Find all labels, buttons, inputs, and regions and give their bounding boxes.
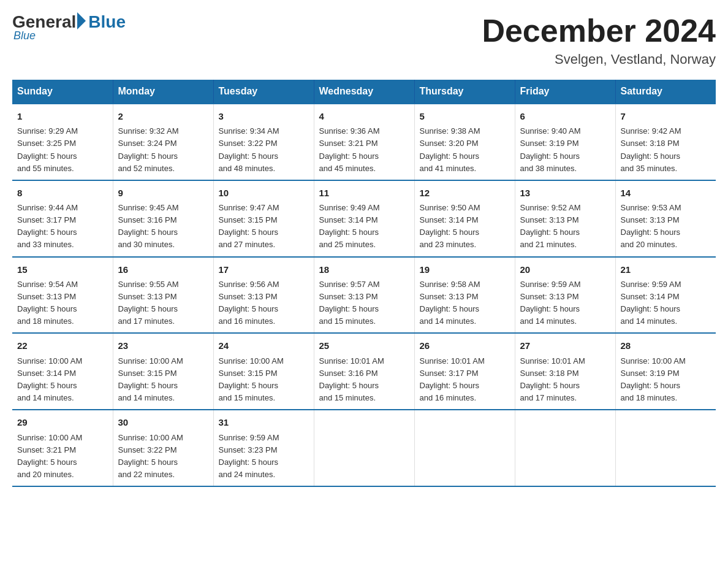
header-monday: Monday [113, 80, 213, 104]
day-num-18: 18 [319, 262, 409, 277]
day-num-29: 29 [17, 415, 108, 429]
day-info-16: Sunrise: 9:55 AM Sunset: 3:13 PM Dayligh… [118, 278, 208, 328]
day-info-6: Sunrise: 9:40 AM Sunset: 3:19 PM Dayligh… [520, 125, 610, 175]
header-tuesday: Tuesday [213, 80, 314, 104]
day-num-31: 31 [219, 415, 309, 429]
week-row-4: 22Sunrise: 10:00 AM Sunset: 3:14 PM Dayl… [12, 333, 716, 410]
day-num-25: 25 [319, 339, 409, 353]
day-num-21: 21 [621, 262, 711, 277]
day-30: 30Sunrise: 10:00 AM Sunset: 3:22 PM Dayl… [113, 410, 213, 486]
day-info-11: Sunrise: 9:49 AM Sunset: 3:14 PM Dayligh… [319, 202, 409, 251]
day-12: 12Sunrise: 9:50 AM Sunset: 3:14 PM Dayli… [414, 180, 515, 257]
logo-triangle-icon [77, 12, 86, 29]
header-sunday: Sunday [12, 80, 113, 104]
empty-cell-w4-d4 [414, 410, 515, 486]
day-info-13: Sunrise: 9:52 AM Sunset: 3:13 PM Dayligh… [520, 202, 610, 251]
day-5: 5Sunrise: 9:38 AM Sunset: 3:20 PM Daylig… [414, 104, 515, 180]
empty-cell-w4-d3 [314, 410, 414, 486]
day-info-23: Sunrise: 10:00 AM Sunset: 3:15 PM Daylig… [118, 355, 208, 405]
header-row: SundayMondayTuesdayWednesdayThursdayFrid… [12, 80, 716, 104]
day-20: 20Sunrise: 9:59 AM Sunset: 3:13 PM Dayli… [515, 257, 615, 334]
day-info-12: Sunrise: 9:50 AM Sunset: 3:14 PM Dayligh… [420, 202, 510, 251]
day-info-9: Sunrise: 9:45 AM Sunset: 3:16 PM Dayligh… [118, 202, 208, 251]
day-num-10: 10 [219, 186, 309, 200]
day-2: 2Sunrise: 9:32 AM Sunset: 3:24 PM Daylig… [113, 104, 213, 180]
day-16: 16Sunrise: 9:55 AM Sunset: 3:13 PM Dayli… [113, 257, 213, 334]
day-info-28: Sunrise: 10:00 AM Sunset: 3:19 PM Daylig… [621, 355, 711, 405]
day-num-17: 17 [219, 262, 309, 277]
day-11: 11Sunrise: 9:49 AM Sunset: 3:14 PM Dayli… [314, 180, 414, 257]
day-info-8: Sunrise: 9:44 AM Sunset: 3:17 PM Dayligh… [17, 202, 108, 251]
calendar-table: SundayMondayTuesdayWednesdayThursdayFrid… [12, 80, 716, 487]
day-info-31: Sunrise: 9:59 AM Sunset: 3:23 PM Dayligh… [219, 432, 309, 481]
day-8: 8Sunrise: 9:44 AM Sunset: 3:17 PM Daylig… [12, 180, 113, 257]
day-19: 19Sunrise: 9:58 AM Sunset: 3:13 PM Dayli… [414, 257, 515, 334]
day-13: 13Sunrise: 9:52 AM Sunset: 3:13 PM Dayli… [515, 180, 615, 257]
day-num-13: 13 [520, 186, 610, 200]
day-info-4: Sunrise: 9:36 AM Sunset: 3:21 PM Dayligh… [319, 125, 409, 175]
calendar-header: SundayMondayTuesdayWednesdayThursdayFrid… [12, 80, 716, 104]
day-14: 14Sunrise: 9:53 AM Sunset: 3:13 PM Dayli… [615, 180, 716, 257]
day-25: 25Sunrise: 10:01 AM Sunset: 3:16 PM Dayl… [314, 333, 414, 410]
day-24: 24Sunrise: 10:00 AM Sunset: 3:15 PM Dayl… [213, 333, 314, 410]
header-wednesday: Wednesday [314, 80, 414, 104]
day-info-25: Sunrise: 10:01 AM Sunset: 3:16 PM Daylig… [319, 355, 409, 405]
day-info-21: Sunrise: 9:59 AM Sunset: 3:14 PM Dayligh… [621, 278, 711, 328]
day-info-15: Sunrise: 9:54 AM Sunset: 3:13 PM Dayligh… [17, 278, 108, 328]
day-info-22: Sunrise: 10:00 AM Sunset: 3:14 PM Daylig… [17, 355, 108, 405]
day-18: 18Sunrise: 9:57 AM Sunset: 3:13 PM Dayli… [314, 257, 414, 334]
day-info-5: Sunrise: 9:38 AM Sunset: 3:20 PM Dayligh… [420, 125, 510, 175]
day-num-20: 20 [520, 262, 610, 277]
header-thursday: Thursday [414, 80, 515, 104]
day-17: 17Sunrise: 9:56 AM Sunset: 3:13 PM Dayli… [213, 257, 314, 334]
day-num-6: 6 [520, 109, 610, 123]
week-row-1: 1Sunrise: 9:29 AM Sunset: 3:25 PM Daylig… [12, 104, 716, 180]
day-num-23: 23 [118, 339, 208, 353]
day-29: 29Sunrise: 10:00 AM Sunset: 3:21 PM Dayl… [12, 410, 113, 486]
day-15: 15Sunrise: 9:54 AM Sunset: 3:13 PM Dayli… [12, 257, 113, 334]
day-info-14: Sunrise: 9:53 AM Sunset: 3:13 PM Dayligh… [621, 202, 711, 251]
day-num-7: 7 [621, 109, 711, 123]
header-friday: Friday [515, 80, 615, 104]
day-info-18: Sunrise: 9:57 AM Sunset: 3:13 PM Dayligh… [319, 278, 409, 328]
day-num-30: 30 [118, 415, 208, 429]
logo: General Blue Blue [12, 12, 126, 42]
day-info-10: Sunrise: 9:47 AM Sunset: 3:15 PM Dayligh… [219, 202, 309, 251]
title-area: December 2024 Svelgen, Vestland, Norway [482, 12, 716, 67]
day-info-29: Sunrise: 10:00 AM Sunset: 3:21 PM Daylig… [17, 432, 108, 481]
week-row-3: 15Sunrise: 9:54 AM Sunset: 3:13 PM Dayli… [12, 257, 716, 334]
day-num-9: 9 [118, 186, 208, 200]
day-info-7: Sunrise: 9:42 AM Sunset: 3:18 PM Dayligh… [621, 125, 711, 175]
day-num-4: 4 [319, 109, 409, 123]
header-saturday: Saturday [615, 80, 716, 104]
week-row-2: 8Sunrise: 9:44 AM Sunset: 3:17 PM Daylig… [12, 180, 716, 257]
day-21: 21Sunrise: 9:59 AM Sunset: 3:14 PM Dayli… [615, 257, 716, 334]
day-6: 6Sunrise: 9:40 AM Sunset: 3:19 PM Daylig… [515, 104, 615, 180]
day-num-24: 24 [219, 339, 309, 353]
page-header: General Blue Blue December 2024 Svelgen,… [12, 12, 716, 67]
location: Svelgen, Vestland, Norway [482, 52, 716, 67]
empty-cell-w4-d6 [615, 410, 716, 486]
day-info-30: Sunrise: 10:00 AM Sunset: 3:22 PM Daylig… [118, 432, 208, 481]
day-7: 7Sunrise: 9:42 AM Sunset: 3:18 PM Daylig… [615, 104, 716, 180]
day-num-14: 14 [621, 186, 711, 200]
day-4: 4Sunrise: 9:36 AM Sunset: 3:21 PM Daylig… [314, 104, 414, 180]
day-num-5: 5 [420, 109, 510, 123]
day-num-28: 28 [621, 339, 711, 353]
logo-blue-text: Blue [88, 12, 126, 32]
day-num-26: 26 [420, 339, 510, 353]
day-22: 22Sunrise: 10:00 AM Sunset: 3:14 PM Dayl… [12, 333, 113, 410]
day-info-19: Sunrise: 9:58 AM Sunset: 3:13 PM Dayligh… [420, 278, 510, 328]
day-26: 26Sunrise: 10:01 AM Sunset: 3:17 PM Dayl… [414, 333, 515, 410]
day-info-1: Sunrise: 9:29 AM Sunset: 3:25 PM Dayligh… [17, 125, 108, 175]
day-27: 27Sunrise: 10:01 AM Sunset: 3:18 PM Dayl… [515, 333, 615, 410]
day-28: 28Sunrise: 10:00 AM Sunset: 3:19 PM Dayl… [615, 333, 716, 410]
logo-sub-text: Blue [13, 29, 36, 42]
day-31: 31Sunrise: 9:59 AM Sunset: 3:23 PM Dayli… [213, 410, 314, 486]
day-num-27: 27 [520, 339, 610, 353]
day-9: 9Sunrise: 9:45 AM Sunset: 3:16 PM Daylig… [113, 180, 213, 257]
day-num-15: 15 [17, 262, 108, 277]
day-num-19: 19 [420, 262, 510, 277]
day-num-1: 1 [17, 109, 108, 123]
day-num-12: 12 [420, 186, 510, 200]
